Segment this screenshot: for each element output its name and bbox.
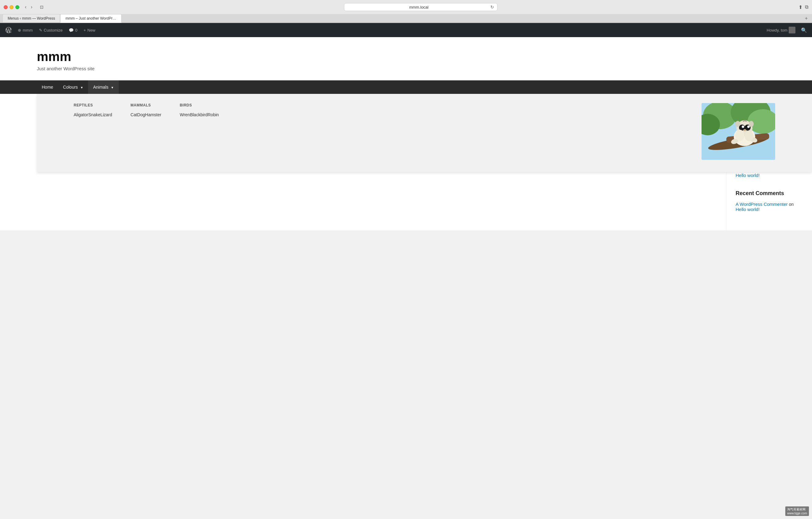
nav-link-animals[interactable]: Animals ▼ (88, 80, 119, 94)
animals-dropdown-arrow: ▼ (111, 86, 114, 89)
minimize-button[interactable] (9, 5, 13, 9)
comments-link[interactable]: 💬 0 (66, 23, 80, 37)
browser-chrome: ‹ › ⊡ mmm.local ↻ ⬆ ⧉ Menus ‹ mmm — Word… (0, 0, 812, 23)
list-item: Snake (88, 111, 100, 118)
site-header: mmm Just another WordPress site (0, 37, 812, 80)
site-name-link[interactable]: ⊕ mmm (15, 23, 36, 37)
traffic-lights (4, 5, 19, 9)
new-tab-button[interactable]: ⧉ (805, 4, 808, 10)
mammals-list: Cat Dog Hamster (130, 111, 161, 118)
site-title: mmm (37, 50, 775, 64)
add-tab-button[interactable]: + (803, 15, 810, 22)
admin-bar-right: Howdy, tom (763, 27, 799, 33)
tab-admin[interactable]: Menus ‹ mmm — WordPress (2, 14, 60, 22)
blackbird-link[interactable]: Blackbird (190, 111, 208, 118)
list-item: Wren (180, 111, 190, 118)
animal-illustration (701, 103, 775, 160)
nav-item-colours: Colours ▼ (58, 80, 88, 94)
wp-admin-bar: ⊕ mmm ✎ Customize 💬 0 + New Howdy, tom 🔍 (0, 23, 812, 37)
svg-point-13 (735, 121, 740, 127)
recent-comments-title: Recent Comments (735, 190, 803, 196)
customize-icon: ✎ (39, 28, 42, 32)
share-button[interactable]: ⬆ (799, 4, 803, 10)
hamster-link[interactable]: Hamster (145, 111, 162, 118)
nav-list: Home Colours ▼ Animals ▼ (37, 80, 775, 94)
back-button[interactable]: ‹ (23, 4, 28, 10)
nav-item-home: Home (37, 80, 58, 94)
main-navigation: Home Colours ▼ Animals ▼ REPTILES Aligat… (0, 80, 812, 94)
colours-dropdown-arrow: ▼ (80, 86, 84, 89)
wren-link[interactable]: Wren (180, 111, 190, 118)
customize-link[interactable]: ✎ Customize (36, 23, 66, 37)
list-item: Dog (137, 111, 145, 118)
maximize-button[interactable] (16, 5, 19, 9)
reptiles-heading: REPTILES (74, 103, 112, 108)
birds-column: BIRDS Wren Blackbird Robin (180, 103, 219, 160)
svg-point-18 (735, 130, 745, 141)
animal-image (701, 103, 775, 160)
comments-icon: 💬 (69, 28, 74, 32)
refresh-button[interactable]: ↻ (490, 5, 494, 9)
commenter-link[interactable]: A WordPress Commenter (735, 202, 788, 207)
nav-item-animals: Animals ▼ (88, 80, 119, 94)
list-item: Robin (208, 111, 219, 118)
nav-link-home[interactable]: Home (37, 80, 58, 94)
browser-titlebar: ‹ › ⊡ mmm.local ↻ ⬆ ⧉ (0, 0, 812, 14)
tab-bar: Menus ‹ mmm — WordPress mmm – Just anoth… (0, 14, 812, 23)
birds-list: Wren Blackbird Robin (180, 111, 219, 118)
admin-search-button[interactable]: 🔍 (799, 27, 810, 33)
tab-site[interactable]: mmm – Just another WordPress site (60, 14, 121, 23)
browser-nav-buttons: ‹ › (23, 4, 34, 10)
nav-link-colours[interactable]: Colours ▼ (58, 80, 88, 94)
aligator-link[interactable]: Aligator (74, 111, 88, 118)
browser-actions: ⬆ ⧉ (799, 4, 808, 10)
reptiles-column: REPTILES Aligator Snake Lizard (74, 103, 112, 160)
site-icon: ⊕ (18, 28, 21, 32)
svg-point-14 (749, 121, 754, 127)
close-button[interactable] (4, 5, 8, 9)
recent-comments-section: Recent Comments A WordPress Commenter on… (735, 190, 803, 212)
robin-link[interactable]: Robin (208, 111, 219, 118)
tab-overview-button[interactable]: ⊡ (38, 4, 46, 10)
forward-button[interactable]: › (29, 4, 34, 10)
birds-heading: BIRDS (180, 103, 219, 108)
list-item: Blackbird (190, 111, 208, 118)
url-text: mmm.local (347, 5, 490, 9)
recent-comment: A WordPress Commenter on Hello world! (735, 202, 803, 212)
wp-logo-link[interactable] (2, 23, 15, 37)
snake-link[interactable]: Snake (88, 111, 100, 118)
customize-label: Customize (44, 28, 63, 32)
cat-link[interactable]: Cat (130, 111, 137, 118)
dog-link[interactable]: Dog (137, 111, 145, 118)
comments-count: 0 (75, 28, 77, 32)
svg-point-11 (742, 125, 744, 128)
reptiles-list: Aligator Snake Lizard (74, 111, 112, 118)
list-item: Hamster (145, 111, 162, 118)
wp-logo-icon (5, 27, 12, 33)
svg-point-15 (743, 129, 746, 131)
on-text: on (789, 202, 794, 207)
list-item: Cat (130, 111, 137, 118)
site-name-text: mmm (23, 28, 33, 32)
new-icon: + (84, 28, 86, 32)
howdy-text: Howdy, tom (766, 28, 787, 32)
site-tagline: Just another WordPress site (37, 66, 775, 71)
mammals-column: MAMMALS Cat Dog Hamster (130, 103, 161, 160)
user-avatar[interactable] (789, 27, 795, 33)
lizard-link[interactable]: Lizard (100, 111, 112, 118)
url-bar[interactable]: mmm.local ↻ (344, 3, 497, 11)
list-item: Lizard (100, 111, 112, 118)
new-label: New (87, 28, 95, 32)
list-item: Aligator (74, 111, 88, 118)
comment-post-link[interactable]: Hello world! (735, 207, 759, 212)
new-content-link[interactable]: + New (80, 23, 98, 37)
mammals-heading: MAMMALS (130, 103, 161, 108)
animals-dropdown-menu: REPTILES Aligator Snake Lizard MAMMALS C… (37, 94, 812, 172)
svg-point-19 (745, 131, 753, 141)
recent-post-link[interactable]: Hello world! (735, 173, 803, 178)
